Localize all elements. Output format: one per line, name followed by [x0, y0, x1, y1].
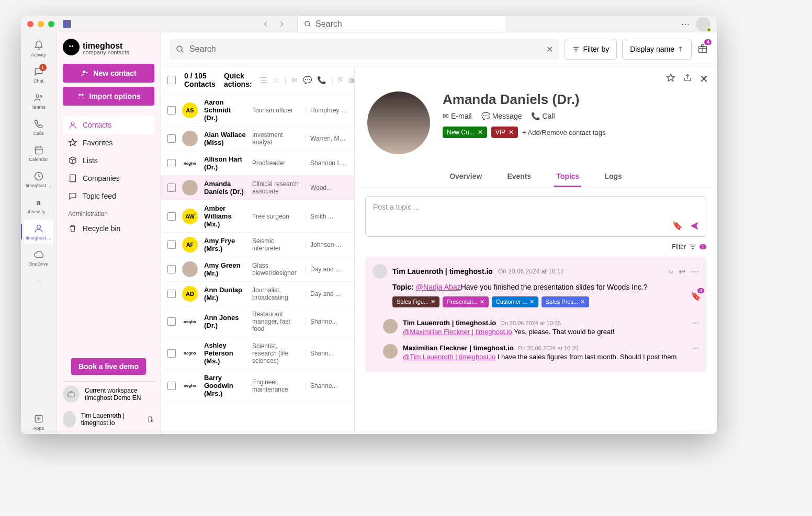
contact-row[interactable]: negho Barry Goodwin (Mrs.) Engineer, mai…: [161, 370, 354, 402]
contact-row[interactable]: negho Ashley Peterson (Ms.) Scientist, r…: [161, 337, 354, 370]
rail-chat[interactable]: 1 Chat: [24, 63, 53, 87]
topic-chip[interactable]: Customer ... ✕: [492, 296, 538, 307]
filter-icon[interactable]: [689, 243, 696, 250]
mention-link[interactable]: @Nadja Abaz: [416, 283, 461, 291]
contact-checkbox[interactable]: [167, 290, 176, 298]
call-button[interactable]: 📞 Call: [531, 112, 555, 120]
contact-checkbox[interactable]: [167, 317, 176, 326]
nav-lists[interactable]: Lists: [63, 152, 154, 169]
rail-more[interactable]: ⋯: [24, 272, 53, 290]
search-input[interactable]: Search ✕: [170, 39, 559, 60]
contact-row[interactable]: AW Amber Williams (Mx.) Tree surgeon Smi…: [161, 200, 354, 233]
nav-contacts[interactable]: Contacts: [63, 116, 154, 134]
send-button[interactable]: [689, 221, 700, 233]
reply-icon[interactable]: ↩: [679, 267, 685, 277]
filter-by-button[interactable]: Filter by: [565, 39, 617, 60]
sidebar-user[interactable]: Tim Lauenroth | timeghost.io: [63, 407, 154, 428]
nav-topic-feed[interactable]: Topic feed: [63, 187, 154, 205]
import-button[interactable]: Import options: [63, 87, 154, 106]
tag-icon[interactable]: 🔖4: [691, 291, 701, 301]
contact-checkbox[interactable]: [167, 184, 176, 192]
contact-row[interactable]: negho Allison Hart (Dr.) Proofreader Sha…: [161, 151, 354, 176]
topic-chip[interactable]: Presentati... ✕: [443, 296, 489, 307]
close-button[interactable]: ✕: [700, 73, 708, 85]
rail-teams[interactable]: Teams: [24, 89, 53, 113]
nav-favorites[interactable]: Favorites: [63, 134, 154, 152]
list-add-icon[interactable]: ☰: [261, 76, 267, 84]
message-button[interactable]: 💬 Message: [481, 112, 522, 120]
copy-icon[interactable]: ⎘: [339, 76, 343, 84]
contact-checkbox[interactable]: [167, 134, 176, 143]
favorite-button[interactable]: [666, 73, 675, 85]
contact-checkbox[interactable]: [167, 349, 176, 358]
more-icon[interactable]: ⋯: [692, 319, 699, 327]
select-all-checkbox[interactable]: [167, 76, 176, 84]
global-search[interactable]: Search: [297, 16, 506, 32]
rail-calls[interactable]: Calls: [24, 115, 53, 139]
rail-absentify[interactable]: a absentify ...: [24, 193, 53, 217]
mail-icon[interactable]: ✉: [291, 76, 298, 84]
email-button[interactable]: ✉ E-mail: [443, 112, 472, 120]
tab-overview[interactable]: Overview: [447, 167, 484, 187]
contact-row[interactable]: AS Aaron Schmidt (Dr.) Tourism officer H…: [161, 94, 354, 127]
comment-icon[interactable]: 💬: [303, 76, 312, 84]
tag[interactable]: New Cu...✕: [443, 127, 487, 138]
more-icon[interactable]: ⋯: [692, 344, 699, 352]
rail-timeghost1[interactable]: timeghost ...: [24, 167, 53, 191]
tag[interactable]: VIP✕: [491, 127, 518, 138]
workspace-block[interactable]: Current workspace timeghost Demo EN: [63, 381, 154, 407]
settings-icon[interactable]: [147, 415, 154, 424]
topic-chip[interactable]: Sales Pres... ✕: [542, 296, 589, 307]
contact-checkbox[interactable]: [167, 212, 176, 221]
nav-companies[interactable]: Companies: [63, 169, 154, 187]
contact-row[interactable]: AF Amy Frye (Mrs.) Seismic interpreter J…: [161, 233, 354, 257]
clear-search[interactable]: ✕: [546, 44, 553, 54]
contact-checkbox[interactable]: [167, 382, 176, 390]
user-avatar[interactable]: [696, 17, 710, 31]
contact-checkbox[interactable]: [167, 265, 176, 273]
tab-logs[interactable]: Logs: [602, 167, 624, 187]
rail-onedrive[interactable]: OneDrive: [24, 246, 53, 270]
remove-tag-icon[interactable]: ✕: [509, 129, 514, 136]
topic-chip[interactable]: Sales Figu... ✕: [392, 296, 439, 307]
rail-apps[interactable]: Apps: [24, 410, 53, 434]
contact-row[interactable]: Alan Wallace (Miss) Investment analyst W…: [161, 127, 354, 151]
remove-tag-icon[interactable]: ✕: [478, 129, 483, 136]
tab-topics[interactable]: Topics: [554, 167, 581, 187]
nav-recycle-bin[interactable]: Recycle bin: [63, 220, 154, 237]
more-icon[interactable]: ⋯: [681, 19, 690, 29]
rail-calendar[interactable]: Calendar: [24, 141, 53, 165]
contact-row[interactable]: negho Ann Jones (Dr.) Restaurant manager…: [161, 306, 354, 337]
star-icon[interactable]: ☆: [273, 76, 279, 84]
back-button[interactable]: [258, 17, 273, 31]
sort-button[interactable]: Display name: [622, 39, 692, 60]
book-demo-button[interactable]: Book a live demo: [71, 358, 146, 375]
topic-input[interactable]: Post a topic ...: [366, 197, 706, 217]
more-icon[interactable]: ⋯: [691, 267, 699, 277]
gift-button[interactable]: 4: [697, 42, 708, 56]
contact-row[interactable]: Amy Green (Mr.) Glass blower/designer Da…: [161, 257, 354, 282]
close-window[interactable]: [27, 21, 33, 27]
maximize-window[interactable]: [48, 21, 54, 27]
share-button[interactable]: [683, 73, 692, 85]
phone-icon[interactable]: 📞: [317, 76, 326, 84]
add-tag-button[interactable]: + Add/Remove contact tags: [522, 129, 605, 136]
filter-button[interactable]: Filter: [672, 243, 686, 250]
contact-checkbox[interactable]: [167, 240, 176, 249]
rail-timeghost-contacts[interactable]: timeghost ...: [24, 220, 53, 244]
rail-activity[interactable]: Activity: [24, 37, 53, 61]
minimize-window[interactable]: [38, 21, 44, 27]
contact-checkbox[interactable]: [167, 106, 176, 114]
mention-link[interactable]: @Tim Lauenroth | timeghost.io: [403, 353, 495, 361]
mention-link[interactable]: @Maximilian Fleckner | timeghost.io: [403, 328, 512, 336]
contact-row[interactable]: Amanda Daniels (Dr.) Clinical research a…: [161, 176, 354, 200]
new-contact-button[interactable]: New contact: [63, 64, 154, 83]
delete-icon[interactable]: 🗑: [348, 76, 355, 84]
contact-row[interactable]: AD Ann Dunlap (Mr.) Journalist, broadcas…: [161, 282, 354, 306]
reply-text: @Maximilian Fleckner | timeghost.io Yes,…: [403, 328, 699, 336]
forward-button[interactable]: [274, 17, 289, 31]
attach-icon[interactable]: 🔖: [672, 221, 683, 233]
status-circle-icon[interactable]: ○: [668, 267, 673, 277]
contact-checkbox[interactable]: [167, 159, 176, 167]
tab-events[interactable]: Events: [505, 167, 533, 187]
